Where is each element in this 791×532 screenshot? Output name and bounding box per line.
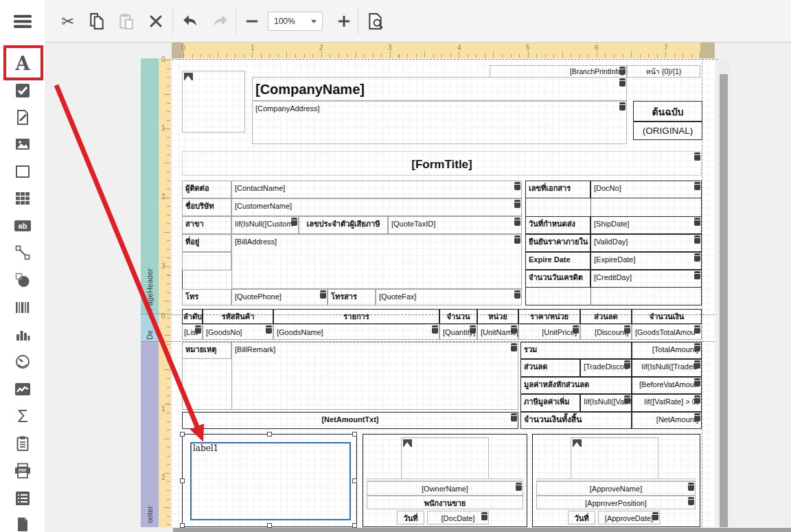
band-footer[interactable]: ooter [141,342,159,527]
taxid-field[interactable]: [QuoteTaxID] [388,216,522,234]
band-page-header[interactable]: PageHeader [141,58,159,314]
customer-name-label[interactable]: ชื่อบริษัท [182,198,231,216]
items-header-amount[interactable]: จำนวนเงิน [632,309,702,324]
cut-button[interactable]: ✂ [57,10,79,32]
selection-handle[interactable] [352,523,357,528]
empty-label-cell[interactable] [182,252,231,270]
preview-button[interactable] [365,10,387,32]
approver-position-field[interactable]: [ApproverPosition] [536,496,696,509]
tool-line[interactable] [13,243,32,262]
fax-field[interactable]: [QuoteFax] [376,289,522,305]
vat-label[interactable]: ภาษีมูลค่าเพิ่ม [520,394,580,412]
expiredate-label[interactable]: Expire Date [525,252,591,270]
branch-print-info-field[interactable]: [BranchPrintInfo] [490,65,627,78]
original-en-label[interactable]: (ORIGINAL) [633,122,702,140]
tool-subreport[interactable] [13,516,32,532]
net-amount-text-field[interactable]: [NetAmountTxt] [182,412,518,429]
logo-placeholder[interactable] [182,71,245,132]
total-label[interactable]: รวม [520,342,632,359]
label1-element-selected[interactable]: label1 [190,442,351,520]
tool-barcode[interactable] [13,298,32,317]
selection-handle[interactable] [180,523,185,528]
horizontal-scrollbar-thumb[interactable] [173,528,791,532]
items-header-qty[interactable]: จำนวน [439,309,477,324]
tool-textbox[interactable]: ab [13,216,32,235]
tool-table[interactable] [13,189,32,208]
zoom-in-button[interactable] [333,10,355,32]
selection-handle[interactable] [267,523,272,528]
tool-gauge[interactable] [13,352,32,371]
creditday-label[interactable]: จำนวนวันเครดิต [525,270,591,288]
branch-label[interactable]: สาขา [182,216,231,234]
owner-date-field[interactable]: [DocDate] [427,511,489,524]
fax-label[interactable]: โทรสาร [328,289,376,305]
before-vat-label[interactable]: มูลค่าหลังหักส่วนลด [520,377,632,394]
approver-date-field[interactable]: [ApproveDate] [598,511,660,524]
contact-name-field[interactable]: [ContactName] [231,181,522,198]
discount-expr-field[interactable]: Iif(IsNull([TradeD [632,359,702,377]
zoom-select[interactable]: 100% [268,12,323,31]
taxid-label[interactable]: เลขประจำตัวผู้เสียภาษี [299,216,388,234]
company-name-field[interactable]: [CompanyName] [252,77,627,101]
vat-expr-field[interactable]: Iif([VatRate] > 0, [632,394,702,412]
approver-date-label[interactable]: วันที่ [568,511,595,524]
band-detail[interactable]: De [141,314,159,341]
docno-label[interactable]: เลขที่เอกสาร [525,181,591,198]
net-label[interactable]: จำนวนเงินทั้งสิ้น [520,412,632,429]
address-label[interactable]: ที่อยู่ [182,234,231,252]
shipdate-label[interactable]: วันที่กำหนดส่ง [525,216,591,234]
tool-shape[interactable] [13,270,32,290]
creditday-field[interactable]: [CreditDay] [591,270,702,288]
owner-signature-image[interactable] [401,437,489,479]
undo-button[interactable] [179,10,201,32]
redo-button[interactable] [209,10,231,32]
expiredate-field[interactable]: [ExpireDate] [591,252,702,270]
tool-clipboard[interactable] [13,434,32,453]
detail-amount-field[interactable]: [GoodsTotalAmou [632,324,702,340]
approver-name-field[interactable]: [ApproveName] [536,481,696,496]
tool-list[interactable] [13,489,32,508]
owner-date-label[interactable]: วันที่ [397,511,424,524]
items-header-price[interactable]: ราคา/หน่วย [518,309,580,324]
page-number-field[interactable]: หน้า {0}/{1} [627,65,700,78]
zoom-out-button[interactable] [241,10,263,32]
remark-label[interactable]: หมายเหตุ [182,342,231,359]
tool-checkbox[interactable] [13,81,32,100]
tool-chart[interactable] [13,325,32,344]
docno-field[interactable]: [DocNo] [591,181,702,198]
original-th-label[interactable]: ต้นฉบับ [633,101,702,122]
selection-handle[interactable] [267,432,272,437]
items-header-desc[interactable]: รายการ [273,309,439,324]
tool-richtext[interactable] [13,108,32,127]
detail-qty-field[interactable]: [Quantity] [439,324,477,340]
phone-label[interactable]: โทร [182,289,231,305]
customer-name-field[interactable]: [CustomerName] [231,198,522,216]
total-field[interactable]: [TotalAmount] [632,342,702,359]
discount-field[interactable]: [TradeDiscou [580,359,632,377]
selection-handle[interactable] [352,478,357,483]
menu-button[interactable] [13,12,32,31]
owner-name-field[interactable]: [OwnerName] [367,481,523,496]
delete-button[interactable] [145,10,167,32]
net-field[interactable]: [NetAmount] [632,412,702,429]
vat-field[interactable]: Iif(IsNull([VatR [580,394,632,412]
detail-price-field[interactable]: [UnitPrice] [518,324,580,340]
selection-handle[interactable] [352,432,357,437]
company-address-field[interactable]: [CompanyAddress] [252,101,627,144]
detail-goodsno-field[interactable]: [GoodsNo] [203,324,273,340]
selection-handle[interactable] [180,432,185,437]
before-vat-field[interactable]: [BeforeVatAmoun [632,377,702,394]
copy-button[interactable] [86,10,108,32]
validday-label[interactable]: ยืนยันราคาภายใน [525,234,591,252]
bill-address-field[interactable]: [BillAddress] [231,234,522,289]
items-header-code[interactable]: รหัสสินค้า [203,309,273,324]
items-header-discount[interactable]: ส่วนลด [580,309,632,324]
vertical-scrollbar-thumb[interactable] [720,74,728,527]
detail-unit-field[interactable]: [UnitName] [477,324,518,340]
tool-rectangle[interactable] [13,162,32,181]
branch-expr-field[interactable]: Iif(IsNull([Custom [231,216,299,234]
items-header-seq[interactable]: ลำดับ [182,309,203,324]
items-header-unit[interactable]: หน่วย [477,309,518,324]
validday-field[interactable]: [ValidDay] [591,234,702,252]
contact-label[interactable]: ผู้ติดต่อ [182,181,231,198]
